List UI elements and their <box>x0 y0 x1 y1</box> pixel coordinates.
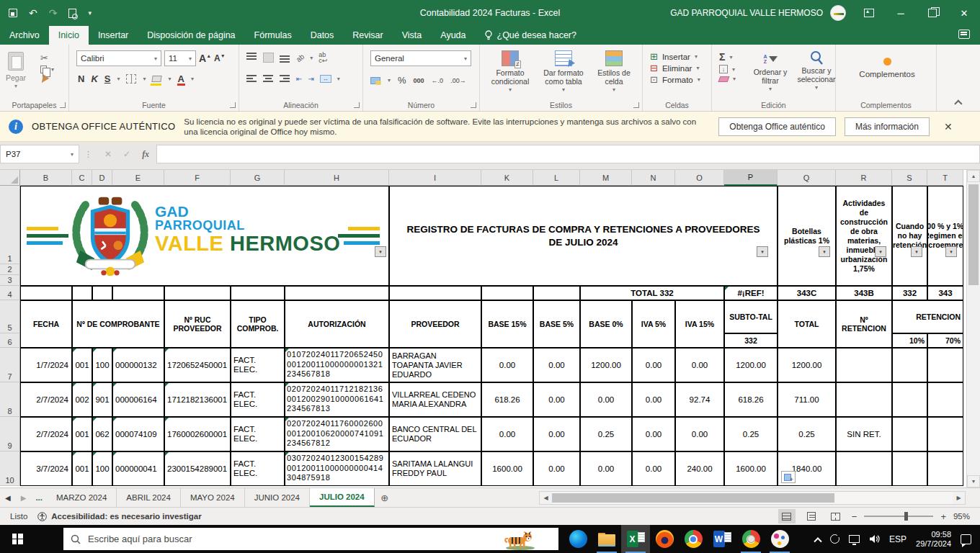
cell-S10[interactable] <box>892 451 927 486</box>
font-color-icon[interactable]: A <box>178 74 184 84</box>
cell-C7[interactable]: 001 <box>72 348 92 382</box>
accessibility-status[interactable]: Accesibilidad: es necesario investigar <box>37 512 201 521</box>
new-sheet-button[interactable]: ⊕ <box>375 488 395 507</box>
dismiss-warning-icon[interactable]: ✕ <box>938 121 958 132</box>
tell-me-box[interactable]: ¿Qué desea hacer? <box>476 26 586 45</box>
cell-K9[interactable]: 0.00 <box>481 417 533 451</box>
cell-F4[interactable] <box>164 286 231 300</box>
ribbon-display-options-button[interactable] <box>853 0 885 26</box>
fill-color-dropdown-icon[interactable]: ▾ <box>168 76 171 82</box>
row-header-5[interactable]: 5 <box>0 300 20 333</box>
cell-H7[interactable]: 0107202401172065245000120011000000001321… <box>285 348 389 382</box>
font-color-dropdown-icon[interactable]: ▾ <box>191 76 194 82</box>
column-header-I[interactable]: I <box>389 170 481 186</box>
network-icon[interactable] <box>849 535 860 543</box>
column-header-S[interactable]: S <box>892 170 927 186</box>
cell-I9[interactable]: BANCO CENTRAL DEL ECUADOR <box>389 417 481 451</box>
cell-E8[interactable]: 000006164 <box>112 382 164 417</box>
paste-dropdown-icon[interactable]: ▾ <box>14 82 17 91</box>
insert-cells-button[interactable]: ⊞Insertar▾ <box>650 52 700 61</box>
cell-H9[interactable]: 0207202401176000260000120010620000741091… <box>285 417 389 451</box>
header-autorizacion[interactable]: AUTORIZACIÓN <box>285 300 389 348</box>
name-box-splitter[interactable]: ⋮ <box>79 150 97 159</box>
header-base0[interactable]: BASE 0% <box>580 300 632 348</box>
header-comprobante[interactable]: Nº DE COMPROBANTE <box>72 300 164 348</box>
header-actividades-construccion[interactable]: Actividades de construcción de obra mate… <box>836 186 892 286</box>
zoom-slider[interactable] <box>864 516 933 517</box>
column-header-G[interactable]: G <box>231 170 285 186</box>
taskbar-file-explorer[interactable] <box>592 525 621 553</box>
cell-F7[interactable]: 1720652450001 <box>164 348 231 382</box>
shrink-font-button[interactable]: A▼ <box>214 53 226 63</box>
taskbar-search-input[interactable]: Escribe aquí para buscar <box>63 528 558 550</box>
cell-M9[interactable]: 0.25 <box>580 417 632 451</box>
taskbar-chrome[interactable] <box>679 525 708 553</box>
cell-C4[interactable] <box>72 286 92 300</box>
borders-icon[interactable] <box>126 74 136 84</box>
comma-style-button[interactable]: 000 <box>414 77 424 84</box>
cell-Q7[interactable]: 1200.00 <box>778 348 836 382</box>
column-header-K[interactable]: K <box>481 170 533 186</box>
column-header-Q[interactable]: Q <box>778 170 836 186</box>
page-layout-view-button[interactable] <box>803 509 820 523</box>
cell-B8[interactable]: 2/7/2024 <box>20 382 72 417</box>
filter-dropdown-logo[interactable]: ▾ <box>375 246 386 257</box>
horizontal-scrollbar[interactable]: ◀ ▶ <box>539 491 966 505</box>
cell-E4[interactable] <box>112 286 164 300</box>
start-button[interactable] <box>0 525 35 553</box>
cell-G4[interactable] <box>231 286 285 300</box>
paste-options-button[interactable] <box>781 471 796 483</box>
underline-button[interactable]: S <box>104 73 111 84</box>
column-header-R[interactable]: R <box>836 170 892 186</box>
action-center-icon[interactable] <box>961 534 971 544</box>
number-dialog-launcher[interactable] <box>471 102 476 108</box>
orientation-icon[interactable]: ab <box>295 52 306 63</box>
cell-G8[interactable]: FACT. ELEC. <box>231 382 285 417</box>
scroll-down-icon[interactable]: ▾ <box>967 475 980 487</box>
cell-H8[interactable]: 0207202401171218213600120029010000061641… <box>285 382 389 417</box>
align-left-icon[interactable] <box>246 73 257 84</box>
cell-B4[interactable] <box>20 286 72 300</box>
taskbar-clock[interactable]: 09:58 29/7/2024 <box>916 530 951 549</box>
column-header-O[interactable]: O <box>675 170 724 186</box>
cell-L9[interactable]: 0.00 <box>533 417 580 451</box>
insert-function-icon[interactable]: fx <box>142 149 149 160</box>
filter-dropdown-q[interactable]: ▾ <box>819 246 830 257</box>
sort-filter-button[interactable]: AZ Ordenar y filtrar ▾ <box>749 46 791 104</box>
cell-R9[interactable]: SIN RET. <box>836 417 892 451</box>
increase-indent-icon[interactable]: ⇥ <box>308 75 313 83</box>
column-header-P[interactable]: P <box>724 170 778 186</box>
cell-O7[interactable]: 0.00 <box>675 348 724 382</box>
cell-R10[interactable] <box>836 451 892 486</box>
percent-style-button[interactable]: % <box>398 75 406 86</box>
report-title-cell[interactable]: REGISTRO DE FACTURAS DE COMPRA Y RETENCI… <box>389 186 778 286</box>
select-all-corner[interactable] <box>0 170 20 186</box>
cell-code-343c[interactable]: 343C <box>778 286 836 300</box>
confirm-entry-icon[interactable]: ✓ <box>123 149 130 159</box>
tab-formulas[interactable]: Fórmulas <box>245 26 301 45</box>
row-header-10[interactable]: 10 <box>0 451 20 486</box>
get-office-button[interactable]: Obtenga Office auténtico <box>718 117 836 136</box>
cell-L8[interactable]: 0.00 <box>533 382 580 417</box>
filter-dropdown-title[interactable]: ▾ <box>757 246 768 257</box>
cell-E7[interactable]: 000000132 <box>112 348 164 382</box>
cell-R7[interactable] <box>836 348 892 382</box>
tab-revisar[interactable]: Revisar <box>343 26 392 45</box>
cell-E10[interactable]: 000000041 <box>112 451 164 486</box>
increase-decimal-button[interactable]: ←.0 <box>432 77 444 84</box>
comments-icon[interactable] <box>958 30 970 39</box>
cell-D4[interactable] <box>92 286 112 300</box>
addins-button[interactable]: Complementos <box>855 50 919 108</box>
zoom-level[interactable]: 95% <box>953 512 970 521</box>
cell-styles-button[interactable]: Estilos de celda ▾ <box>591 46 637 104</box>
cell-B10[interactable]: 3/7/2024 <box>20 451 72 486</box>
decrease-decimal-button[interactable]: .00→ <box>450 77 466 84</box>
cell-O9[interactable]: 0.00 <box>675 417 724 451</box>
horizontal-scroll-thumb[interactable] <box>552 493 834 503</box>
font-name-combo[interactable]: Calibri▾ <box>76 50 161 66</box>
tabs-scroll-left-icon[interactable]: ◀ <box>0 488 16 507</box>
clear-button[interactable]: ▾ <box>719 76 736 82</box>
cell-T9[interactable] <box>927 417 963 451</box>
header-ret10[interactable]: 10% <box>892 333 927 348</box>
grow-font-button[interactable]: A▲ <box>199 53 211 64</box>
